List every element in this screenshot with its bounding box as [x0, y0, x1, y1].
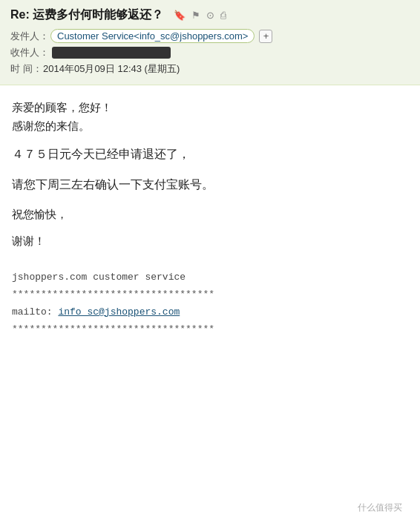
closing-para: 祝您愉快， — [12, 206, 408, 224]
closing-text: 祝您愉快， — [12, 208, 68, 220]
alipay-text: 请您下周三左右确认一下支付宝账号。 — [12, 178, 214, 191]
time-value: 2014年05月09日 12:43 (星期五) — [43, 62, 180, 76]
subject-text: Re: 运费多付何时能够返还？ — [10, 7, 163, 23]
refund-text: ４７５日元今天已经申请退还了， — [12, 148, 190, 160]
sig-line1: jshoppers.com customer service — [12, 269, 408, 286]
thanks-text: 感谢您的来信。 — [12, 120, 90, 132]
mailto-link[interactable]: info_sc@jshoppers.com — [58, 306, 180, 318]
greeting-text: 亲爱的顾客，您好！ — [12, 102, 112, 114]
mailto-label: mailto: — [12, 306, 58, 318]
alipay-line: 请您下周三左右确认一下支付宝账号。 — [12, 174, 408, 194]
time-label: 时 间： — [10, 62, 43, 76]
clock-icon[interactable]: ⊙ — [206, 10, 214, 21]
farewell-para: 谢谢！ — [12, 232, 408, 251]
bookmark-icon[interactable]: 🔖 — [174, 10, 186, 21]
print-icon[interactable]: ⎙ — [220, 10, 226, 21]
sender-chip[interactable]: Customer Service <info_sc@jshoppers.com> — [50, 29, 255, 43]
watermark: 什么值得买 — [353, 500, 407, 516]
email-container: Re: 运费多付何时能够返还？ 🔖 ⚑ ⊙ ⎙ 发件人： Customer Se… — [0, 0, 420, 529]
sig-divider1: *********************************** — [12, 286, 408, 303]
recipient-row: 收件人： — [10, 46, 410, 59]
add-contact-button[interactable]: + — [259, 30, 272, 43]
sig-divider2: *********************************** — [12, 321, 408, 338]
recipient-value — [52, 47, 171, 59]
email-header: Re: 运费多付何时能够返还？ 🔖 ⚑ ⊙ ⎙ 发件人： Customer Se… — [0, 0, 420, 85]
subject-row: Re: 运费多付何时能够返还？ 🔖 ⚑ ⊙ ⎙ — [10, 7, 410, 23]
email-body: 亲爱的顾客，您好！ 感谢您的来信。 ４７５日元今天已经申请退还了， 请您下周三左… — [0, 85, 420, 346]
sender-label: 发件人： — [10, 30, 49, 43]
refund-line: ４７５日元今天已经申请退还了， — [12, 144, 408, 164]
sender-row: 发件人： Customer Service <info_sc@jshoppers… — [10, 29, 410, 43]
sig-mailto: mailto: info_sc@jshoppers.com — [12, 303, 408, 321]
time-row: 时 间： 2014年05月09日 12:43 (星期五) — [10, 62, 410, 76]
recipient-label: 收件人： — [10, 46, 49, 59]
farewell-text: 谢谢！ — [12, 235, 45, 247]
sender-name: Customer Service — [57, 30, 134, 42]
greeting-para: 亲爱的顾客，您好！ 感谢您的来信。 — [12, 99, 408, 135]
sender-email: info_sc@jshoppers.com — [140, 30, 243, 42]
header-icons: 🔖 ⚑ ⊙ ⎙ — [174, 10, 226, 21]
flag-icon[interactable]: ⚑ — [191, 10, 200, 21]
signature-section: jshoppers.com customer service *********… — [12, 269, 408, 338]
